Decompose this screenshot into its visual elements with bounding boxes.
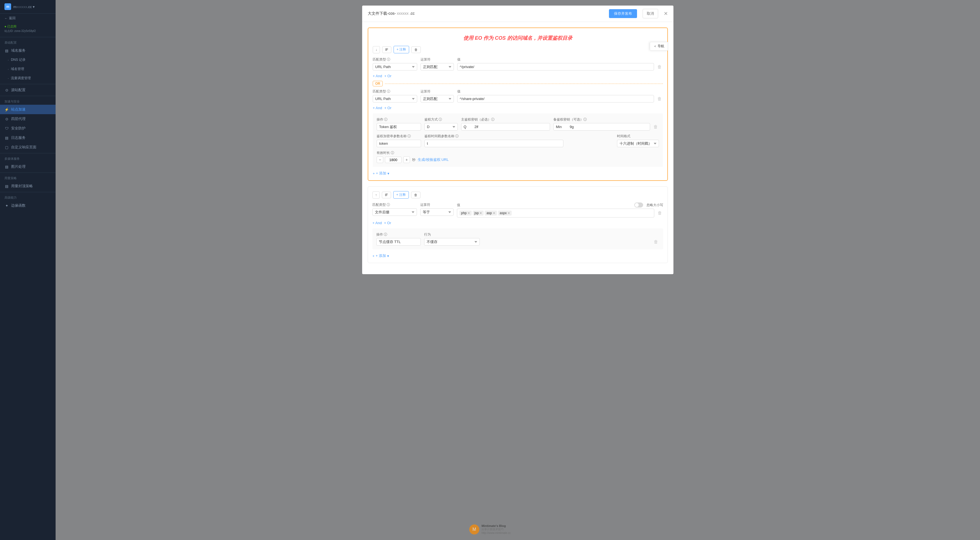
operator-select-1[interactable]: 正则匹配 [420,63,454,71]
toggle-knob [635,203,639,207]
auth-method-select[interactable]: D [425,123,458,130]
operator-label-2: 运算符 [420,89,454,94]
time-format-select[interactable]: 十六进制（时间戳） [617,140,659,147]
delete-condition2-icon[interactable]: 🗑 [656,95,663,103]
sidebar-item-security[interactable]: 🛡 安全防护 [0,124,56,133]
sidebar-item-quota-policy[interactable]: ▤ 用量封顶策略 [0,181,56,191]
validity-label: 有效时长 ⓘ [377,151,449,155]
backup-key-label: 备鉴权密钥（可选）ⓘ [554,117,659,122]
back-button[interactable]: ← 返回 [0,14,56,23]
sidebar-item-log-service[interactable]: ▤ 日志服务 [0,133,56,143]
sidebar-item-domain-service[interactable]: ▤ 域名服务 [0,46,56,55]
blog-name: Mintimate's Blog [481,524,511,527]
rule2-operator-select[interactable]: 等于 [420,208,453,216]
rule2-operator-label: 运算符 [420,202,453,207]
match-type-select-2[interactable]: URL Path [373,95,417,103]
nav-guide-button[interactable]: ＜ 导航 [650,42,668,51]
operator-group-2: 运算符 正则匹配 [420,89,454,103]
time-format-label: 时间格式 [617,134,659,138]
sidebar-item-layer4-proxy[interactable]: ⊙ 四层代理 [0,114,56,124]
operator-label-1: 运算符 [420,57,454,62]
tag-jsp-close[interactable]: ✕ [479,211,482,215]
add-button-1[interactable]: + + 添加 ▾ [373,171,390,176]
value-input-1[interactable] [457,63,654,71]
value-input-2[interactable] [457,95,654,103]
tag-php: php ✕ [460,211,472,216]
tags-container: php ✕ jsp ✕ asp [457,209,654,218]
blog-avatar: M [469,524,479,534]
ignore-case-toggle[interactable] [634,202,643,208]
delete-rule2-op-icon[interactable]: 🗑 [652,238,659,246]
decrease-button[interactable]: − [377,156,383,163]
op-input[interactable] [377,123,421,130]
match-type-group-2: 匹配类型 ⓘ URL Path [373,89,417,103]
save-publish-button[interactable]: 保存并发布 [609,9,637,18]
gen-url-button[interactable]: 生成/校验鉴权 URL [418,157,449,162]
encrypt-param-input[interactable] [377,140,421,147]
rule1-condition1: 匹配类型 ⓘ URL Path 运算符 正则匹配 [373,57,663,78]
add-row-1: + + 添加 ▾ [373,171,663,176]
backup-key-input[interactable] [554,123,650,130]
behavior-select[interactable]: 不缓存 [424,238,480,246]
sidebar-item-image-process[interactable]: ▤ 图片处理 [0,162,56,172]
tag-aspx-close[interactable]: ✕ [508,211,510,215]
primary-key-input[interactable] [461,123,550,130]
match-type-select-1[interactable]: URL Path [373,63,417,71]
sidebar-item-origin-config[interactable]: ⊙ 源站配置 [0,85,56,95]
rule2-if-button[interactable]: IF [382,192,391,199]
value-row-1: 🗑 [457,63,663,71]
shield-icon: 🛡 [5,126,9,130]
rule2-match-type-select[interactable]: 文件后缀 [372,208,417,216]
condition2-link-row: + And + Or [373,106,663,110]
func-icon: ✦ [5,203,9,208]
rule2-match-type-label: 匹配类型 ⓘ [372,202,417,207]
and-button-1[interactable]: + And [373,74,382,78]
cancel-button[interactable]: 取消 [643,9,658,18]
sidebar-item-dns-records[interactable]: · DNS 记录 [0,55,56,64]
rule2-op-input[interactable] [376,238,421,246]
validity-counter: − + [377,156,410,163]
log-icon: ▤ [5,136,9,140]
condition2-form-row: 匹配类型 ⓘ URL Path 运算符 正则匹配 [373,89,663,103]
condition1-link-row: + And + Or [373,74,663,78]
site-domain: mxxxxxx.cc ▾ [13,5,35,9]
back-label: 返回 [9,16,16,21]
annotation-text: 使用 EO 作为 COS 的访问域名，并设置鉴权目录 [463,35,572,41]
sidebar-item-edge-func[interactable]: ✦ 边缘函数 [0,201,56,210]
sidebar-item-custom-page[interactable]: ▢ 自定义响应页面 [0,143,56,152]
dialog-header: 大文件下载-cos- xxxxxx .cc 保存并发布 取消 ✕ [362,6,673,22]
or-button-1[interactable]: + Or [384,74,391,78]
ignore-case-label: 忽略大小写 [646,203,663,208]
quota-icon: ▤ [5,184,9,188]
delete-condition1-icon[interactable]: 🗑 [656,64,663,71]
dot-icon: · [8,76,9,80]
and-button-2[interactable]: + And [373,106,382,110]
tag-php-close[interactable]: ✕ [468,211,470,215]
rule2-or-button[interactable]: + Or [384,221,391,225]
or-button-2[interactable]: + Or [384,106,391,110]
rule1-delete-button[interactable]: 🗑 [411,46,421,53]
rule2-and-button[interactable]: + And [372,221,382,225]
time-param-input[interactable] [425,140,563,147]
value-row-2: 🗑 [457,95,663,103]
rule2-note-button[interactable]: + 注释 [393,191,409,199]
rule1-down-button[interactable]: ↓ [373,46,380,53]
sidebar-item-site-accelerate[interactable]: ⚡ 站点加速 [0,105,56,114]
rule1-note-button[interactable]: + 注释 [393,46,409,53]
sidebar-item-traffic-manage[interactable]: · 流量调度管理 [0,74,56,83]
rule2-delete-button[interactable]: 🗑 [411,192,420,199]
site-status: ● 已启用 [5,24,51,29]
delete-rule2-condition-icon[interactable]: 🗑 [657,210,663,217]
auth-method-group: 鉴权方式 ⓘ D [425,117,458,130]
close-icon[interactable]: ✕ [664,11,668,17]
rule2-up-button[interactable]: ↑ [372,191,380,199]
delete-op-icon[interactable]: 🗑 [652,123,659,130]
operator-select-2[interactable]: 正则匹配 [420,95,454,103]
rule1-if-button[interactable]: IF [382,46,391,53]
add-button-2[interactable]: + + 添加 ▾ [372,253,389,258]
sidebar-item-domain-manage[interactable]: · 域名管理 [0,64,56,74]
tag-asp-close[interactable]: ✕ [493,211,495,215]
blog-url: http://www.mintimate.cc [481,531,511,534]
increase-button[interactable]: + [403,156,410,163]
validity-input[interactable] [385,157,402,163]
